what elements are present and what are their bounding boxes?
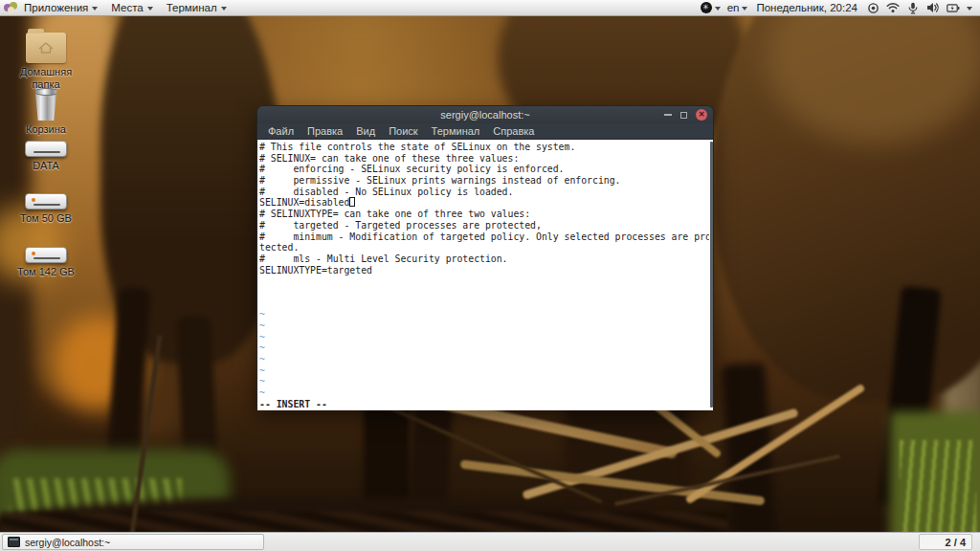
- menu-terminal-label: Терминал: [167, 2, 217, 13]
- home-folder-icon: [26, 33, 66, 63]
- chevron-down-icon: [92, 7, 98, 11]
- terminal-window: sergiy@localhost:~ ✕ Файл Правка Вид Пои…: [256, 105, 714, 409]
- menu-help[interactable]: Справка: [486, 125, 541, 137]
- desktop-icon-label: DATA: [12, 160, 79, 172]
- taskbar-window-button[interactable]: sergiy@localhost:~: [2, 534, 264, 550]
- desktop-icon-label: Домашняя папка: [12, 66, 79, 90]
- workspace-indicator-label: 2 / 4: [946, 537, 966, 548]
- terminal-line: # This file controls the state of SELinu…: [259, 142, 713, 153]
- vim-tilde-line: ~: [259, 320, 713, 332]
- drive-icon: [25, 193, 67, 209]
- menu-view[interactable]: Вид: [349, 125, 382, 137]
- menu-file[interactable]: Файл: [261, 125, 301, 137]
- maximize-button[interactable]: [680, 112, 687, 119]
- terminal-line: # minimum - Modification of targeted pol…: [259, 231, 713, 243]
- desktop-icon-volume-142gb[interactable]: Том 142 GB: [6, 247, 86, 278]
- terminal-line: [259, 276, 713, 287]
- menu-terminal[interactable]: Терминал: [160, 0, 234, 15]
- vim-tilde-line: ~: [259, 376, 713, 387]
- terminal-line-cursor: SELINUX=disabled: [259, 197, 713, 209]
- terminal-line: # enforcing - SELinux security policy is…: [259, 164, 713, 175]
- window-title: sergiy@localhost:~: [440, 109, 529, 121]
- desktop-icon-volume-50gb[interactable]: Том 50 GB: [6, 193, 86, 225]
- terminal-line: [259, 287, 713, 298]
- terminal-line: # disabled - No SELinux policy is loaded…: [259, 187, 713, 198]
- vim-tilde-line: ~: [259, 342, 713, 354]
- vim-tilde-line: ~: [259, 309, 713, 320]
- chevron-down-icon: [967, 7, 972, 11]
- close-button[interactable]: ✕: [696, 109, 707, 121]
- drive-icon: [25, 247, 67, 263]
- terminal-line: SELINUXTYPE=targeted: [259, 265, 713, 276]
- wifi-icon[interactable]: [886, 1, 900, 14]
- keyboard-layout-indicator[interactable]: en: [727, 2, 748, 13]
- orb-status-icon: ✳: [701, 2, 712, 13]
- terminal-menubar: Файл Правка Вид Поиск Терминал Справка: [257, 123, 713, 140]
- clock[interactable]: Понедельник, 20:24: [754, 2, 859, 13]
- terminal-content[interactable]: # This file controls the state of SELinu…: [257, 140, 713, 410]
- terminal-scrollbar[interactable]: [709, 140, 713, 410]
- desktop-icon-label: Том 50 GB: [12, 212, 79, 225]
- trash-icon: [33, 88, 58, 121]
- vim-cursor: [349, 197, 355, 207]
- vim-tilde-line: ~: [259, 332, 713, 343]
- battery-icon[interactable]: [947, 1, 960, 14]
- workspace-switcher[interactable]: 2 / 4: [919, 534, 972, 550]
- window-controls: ✕: [664, 106, 707, 123]
- wallpaper-shape: [900, 440, 976, 536]
- desktop-icon-label: Том 142 GB: [12, 266, 79, 278]
- terminal-line: # permissive - SELinux prints warnings i…: [259, 175, 713, 187]
- taskbar-window-label: sergiy@localhost:~: [25, 537, 110, 548]
- minimize-button[interactable]: [664, 114, 672, 116]
- menu-search[interactable]: Поиск: [382, 125, 424, 137]
- terminal-line: # targeted - Targeted processes are prot…: [259, 220, 713, 231]
- volume-icon[interactable]: [926, 1, 940, 14]
- terminal-titlebar[interactable]: sergiy@localhost:~ ✕: [257, 106, 713, 123]
- orb-status-menu[interactable]: ✳: [701, 2, 721, 13]
- menu-applications-label: Приложения: [24, 2, 88, 13]
- keyboard-layout-label: en: [727, 2, 740, 13]
- terminal-line-text: SELINUX=disabled: [259, 197, 349, 208]
- menu-places[interactable]: Места: [104, 0, 159, 15]
- terminal-line: # mls - Multi Level Security protection.: [259, 253, 713, 265]
- chevron-down-icon: [147, 7, 153, 11]
- terminal-icon: [8, 537, 20, 547]
- menu-applications[interactable]: Приложения: [17, 0, 104, 15]
- drive-icon: [25, 141, 67, 157]
- panel-menu-group: Приложения Места Терминал: [0, 0, 234, 15]
- vim-tilde-line: ~: [259, 387, 713, 399]
- terminal-line: tected.: [259, 242, 713, 253]
- chevron-down-icon: [742, 7, 747, 11]
- vim-mode-status: -- INSERT --: [259, 399, 713, 410]
- chevron-down-icon: [715, 7, 721, 11]
- desktop-root: Приложения Места Терминал ✳ en Понедельн…: [0, 0, 980, 551]
- terminal-line: # SELINUXTYPE= can take one of three two…: [259, 209, 713, 220]
- microphone-icon[interactable]: [906, 1, 920, 14]
- taskbar: sergiy@localhost:~ 2 / 4: [0, 532, 980, 551]
- desktop-icon-trash[interactable]: Корзина: [6, 88, 86, 136]
- scrollbar-thumb[interactable]: [710, 142, 713, 408]
- desktop-icon-label: Корзина: [12, 123, 79, 136]
- applications-logo-icon: [4, 2, 17, 14]
- chevron-down-icon: [221, 7, 227, 11]
- menu-terminal[interactable]: Терминал: [425, 125, 487, 137]
- vim-tilde-line: ~: [259, 365, 713, 377]
- desktop-icon-home-folder[interactable]: Домашняя папка: [6, 33, 86, 90]
- panel-status-area: ✳ en Понедельник, 20:24: [701, 0, 980, 15]
- desktop-icon-data-drive[interactable]: DATA: [6, 141, 86, 172]
- top-panel: Приложения Места Терминал ✳ en Понедельн…: [0, 0, 980, 16]
- terminal-line: [259, 298, 713, 310]
- vim-tilde-line: ~: [259, 354, 713, 365]
- terminal-line: # SELINUX= can take one of these three v…: [259, 153, 713, 165]
- record-icon[interactable]: [866, 1, 880, 14]
- menu-edit[interactable]: Правка: [301, 125, 349, 137]
- menu-places-label: Места: [111, 2, 143, 13]
